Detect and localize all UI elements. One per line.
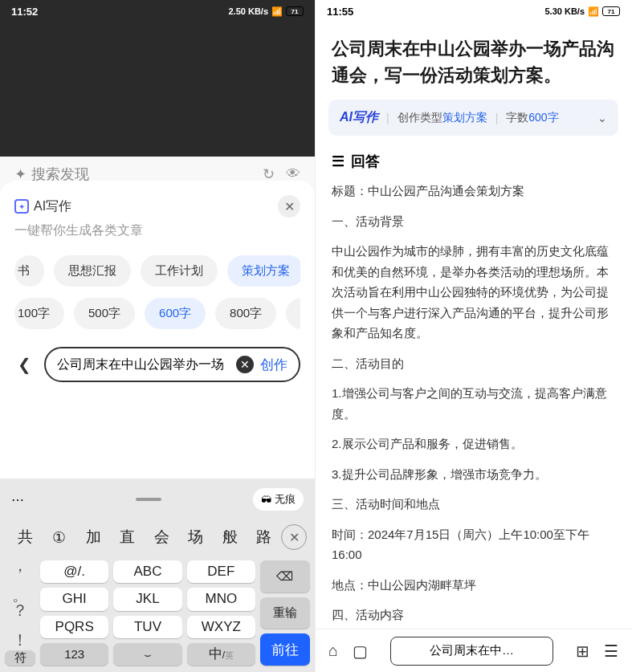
key[interactable]: JKL <box>113 588 181 610</box>
candidate[interactable]: 会 <box>145 522 179 552</box>
phone-left: 11:52 2.50 KB/s 📶 71 ✦ 搜索发现 ↻ 👁 ✦ AI写作 ✕… <box>0 0 316 672</box>
page-title: 公司周末在中山公园举办一场产品沟通会，写一份活动策划方案。 <box>316 22 631 100</box>
key[interactable]: GHI <box>40 588 108 610</box>
prompt-input[interactable] <box>57 357 230 372</box>
key[interactable]: TUV <box>113 616 181 638</box>
status-net: 5.30 KB/s <box>544 6 585 16</box>
clear-button[interactable]: ✕ <box>236 356 254 373</box>
grid-icon[interactable]: ⊞ <box>576 641 589 661</box>
panel-subtitle: 一键帮你生成各类文章 <box>14 222 300 239</box>
battery-icon: 71 <box>602 6 620 16</box>
close-button[interactable]: ✕ <box>278 195 300 218</box>
chevron-down-icon[interactable]: ⌄ <box>597 112 607 124</box>
dark-backdrop: 11:52 2.50 KB/s 📶 71 <box>0 0 315 161</box>
options-bar[interactable]: AI写作 | 创作类型策划方案 | 字数600字 ⌄ <box>328 100 618 136</box>
home-icon[interactable]: ⌂ <box>328 641 338 660</box>
status-bar: 11:52 2.50 KB/s 📶 71 <box>0 0 315 22</box>
space-key[interactable]: ⌣ <box>113 643 181 666</box>
num-key[interactable]: 123 <box>40 643 108 666</box>
status-time: 11:55 <box>327 6 353 18</box>
ai-icon: ✦ <box>14 199 29 214</box>
keyboard: ⋯ 🕶 无痕 共 ① 加 直 会 场 般 路 ✕ ，。 ？！ 符 <box>0 479 315 672</box>
incognito-label: 无痕 <box>275 492 296 507</box>
chip-type-active[interactable]: 策划方案 <box>227 255 300 287</box>
back-button[interactable]: ❮ <box>14 355 35 374</box>
status-time: 11:52 <box>11 6 38 18</box>
chip-type[interactable]: 工作计划 <box>141 255 218 287</box>
answer-icon: ☰ <box>332 153 345 170</box>
type-chips: 书 思想汇报 工作计划 策划方案 商业计划 <box>14 255 300 287</box>
key[interactable]: WXYZ <box>187 616 255 638</box>
menu-icon[interactable]: ☰ <box>604 641 618 661</box>
key[interactable]: MNO <box>187 588 255 610</box>
punct-key[interactable]: ，。 <box>5 560 35 601</box>
incognito-icon: 🕶 <box>261 494 271 506</box>
word-chips: 100字 500字 600字 800字 1000字 <box>14 298 300 329</box>
status-net: 2.50 KB/s <box>228 6 268 16</box>
panel-title-text: AI写作 <box>34 198 71 215</box>
create-button[interactable]: 创作 <box>260 356 287 374</box>
ai-badge: AI写作 <box>340 109 378 126</box>
chip-type[interactable]: 思想汇报 <box>54 255 131 287</box>
panel-title: ✦ AI写作 <box>14 198 71 215</box>
kb-settings-icon[interactable]: ⋯ <box>11 492 43 507</box>
signal-icon: 📶 <box>588 6 599 17</box>
word-label: 字数600字 <box>506 111 558 125</box>
kb-handle[interactable] <box>136 498 161 501</box>
type-label: 创作类型策划方案 <box>398 111 487 125</box>
key[interactable]: PQRS <box>40 616 108 638</box>
lang-key[interactable]: 中/英 <box>187 643 255 666</box>
bottom-nav: ⌂ ▢ 公司周末在中… ⊞ ☰ <box>316 629 631 672</box>
status-right: 2.50 KB/s 📶 71 <box>228 6 304 17</box>
chip-word[interactable]: 800字 <box>215 298 276 329</box>
candidate[interactable]: 般 <box>213 522 247 552</box>
candidate-delete[interactable]: ✕ <box>281 524 307 550</box>
backspace-key[interactable]: ⌫ <box>260 560 310 593</box>
key[interactable]: @/. <box>40 560 108 583</box>
candidate[interactable]: 场 <box>179 522 214 552</box>
chip-type[interactable]: 书 <box>14 255 44 287</box>
tabs-icon[interactable]: ▢ <box>353 641 368 661</box>
chip-word[interactable]: 1000字 <box>286 298 300 329</box>
key[interactable]: ABC <box>113 560 181 583</box>
candidate[interactable]: ① <box>43 523 77 552</box>
chip-word[interactable]: 100字 <box>14 298 64 329</box>
key[interactable]: DEF <box>187 560 255 583</box>
incognito-toggle[interactable]: 🕶 无痕 <box>253 488 304 511</box>
punct-key[interactable]: ？！ <box>5 605 35 646</box>
candidate[interactable]: 路 <box>247 522 282 552</box>
answer-heading: ☰ 回答 <box>316 147 631 181</box>
battery-icon: 71 <box>286 6 304 16</box>
chip-word-active[interactable]: 600字 <box>145 298 206 329</box>
reinput-key[interactable]: 重输 <box>260 597 310 629</box>
phone-right: 11:55 5.30 KB/s 📶 71 公司周末在中山公园举办一场产品沟通会，… <box>316 0 631 672</box>
candidate[interactable]: 直 <box>111 522 145 552</box>
symbol-key[interactable]: 符 <box>5 650 35 666</box>
candidate-row: 共 ① 加 直 会 场 般 路 ✕ <box>0 517 315 557</box>
answer-content: 标题：中山公园产品沟通会策划方案 一、活动背景 中山公园作为城市的绿肺，拥有丰富… <box>316 181 631 672</box>
candidate[interactable]: 加 <box>76 522 111 552</box>
prompt-input-wrap[interactable]: ✕ 创作 <box>44 347 300 382</box>
candidate[interactable]: 共 <box>8 522 43 552</box>
signal-icon: 📶 <box>271 6 283 17</box>
go-key[interactable]: 前往 <box>260 633 310 666</box>
chip-word[interactable]: 500字 <box>74 298 135 329</box>
address-pill[interactable]: 公司周末在中… <box>390 637 553 666</box>
status-bar: 11:55 5.30 KB/s 📶 71 <box>316 0 631 22</box>
